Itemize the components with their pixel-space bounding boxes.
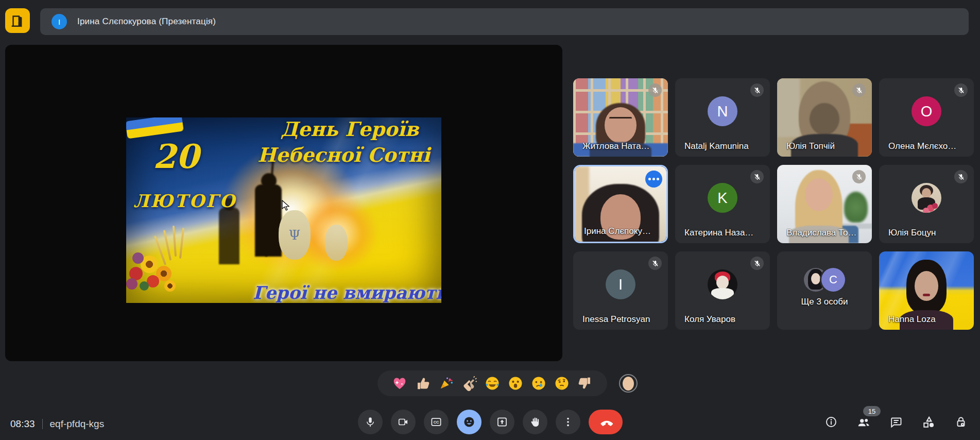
slide-title-line1: День Героїв	[281, 117, 419, 141]
raise-hand-button[interactable]	[523, 410, 547, 434]
presenting-banner[interactable]: I Ірина Слєпокурова (Презентація)	[40, 8, 969, 35]
svg-text:CC: CC	[433, 420, 439, 425]
mic-muted-icon	[750, 83, 764, 97]
microphone-button[interactable]	[358, 410, 383, 434]
scene-lips	[923, 294, 930, 296]
participant-tile[interactable]: Коля Уваров	[675, 251, 770, 330]
shared-slide: Ψ 20 ЛЮТОГО День Героїв Небесної Сотні Г…	[126, 117, 441, 303]
meeting-details-button[interactable]	[824, 415, 838, 429]
participant-tile[interactable]: N Natalj Kamunina	[675, 78, 770, 157]
avatar-detail	[922, 188, 931, 198]
reaction-crying-face-icon[interactable]	[530, 375, 547, 392]
shield-2	[325, 225, 348, 261]
chat-button[interactable]	[889, 415, 903, 429]
mouse-cursor	[282, 200, 290, 211]
avatar-detail	[923, 208, 929, 213]
person-silhouette	[915, 271, 938, 301]
mic-muted-icon	[648, 83, 662, 97]
avatar: I	[606, 269, 635, 299]
mic-muted-icon	[852, 83, 866, 97]
avatar-photo	[708, 269, 737, 299]
mic-muted-icon	[648, 257, 662, 270]
camera-button[interactable]	[391, 410, 416, 434]
reaction-party-popper-icon[interactable]	[437, 375, 455, 392]
person-silhouette	[605, 107, 637, 143]
participant-name: Юлія Топчій	[786, 141, 835, 151]
skin-tone-swatch	[623, 377, 634, 391]
google-meet-window: I Ірина Слєпокурова (Презентація) Ψ 20 Л…	[0, 0, 980, 440]
avatar-detail	[711, 288, 734, 299]
end-call-button[interactable]	[589, 410, 623, 434]
slide-date-month: ЛЮТОГО	[133, 191, 236, 211]
avatar-photo	[912, 183, 941, 213]
participant-tile[interactable]: Hanna Loza	[879, 251, 974, 330]
mic-muted-icon	[954, 170, 968, 183]
reaction-thumbs-down-icon[interactable]	[576, 375, 594, 392]
mic-muted-icon	[750, 257, 764, 270]
participant-tile[interactable]: K Катерина Наза…	[675, 165, 770, 243]
reaction-face-with-tears-of-joy-icon[interactable]	[484, 375, 501, 392]
slide-title-line2: Небесної Сотні	[257, 143, 430, 166]
participant-name: Ірина Слєпоку…	[584, 226, 651, 236]
host-controls-button[interactable]	[954, 415, 968, 429]
meeting-door-logo[interactable]	[5, 8, 30, 33]
participant-name: Юлія Боцун	[888, 228, 936, 238]
person-silhouette	[805, 178, 833, 211]
reactions-bar	[377, 370, 607, 396]
participant-name: Олена Мєлєхо…	[888, 141, 956, 151]
avatar-detail	[716, 276, 729, 289]
participant-name: Inessa Petrosyan	[582, 314, 650, 325]
avatar: N	[708, 96, 737, 126]
reaction-thumbs-up-icon[interactable]	[414, 375, 432, 392]
participant-name: Ще 3 особи	[777, 297, 872, 307]
participant-tile[interactable]: CЩе 3 особи	[777, 251, 872, 330]
participant-name: Катерина Наза…	[684, 228, 753, 238]
participant-tile[interactable]: Владислава То…	[777, 165, 872, 243]
skin-tone-selector[interactable]	[619, 374, 638, 393]
flag-ribbon	[126, 117, 184, 139]
avatar-detail	[932, 203, 938, 209]
mic-muted-icon	[954, 83, 968, 97]
slide-date-number: 20	[153, 137, 199, 176]
protester-silhouette	[255, 184, 282, 257]
protester-silhouette-2	[219, 208, 239, 264]
activities-button[interactable]	[922, 415, 935, 429]
protester-head	[261, 173, 277, 189]
participant-grid: Житлова Ната…N Natalj Kamunina Юлія Топч…	[573, 78, 974, 330]
avatar: K	[708, 183, 737, 213]
mic-muted-icon	[750, 170, 764, 183]
scene-decor	[844, 192, 868, 223]
scene-glasses	[609, 117, 632, 125]
panel-controls: 15	[824, 409, 968, 435]
shield-with-trident: Ψ	[279, 210, 311, 260]
participant-tile[interactable]: Житлова Ната…	[573, 78, 668, 157]
presentation-viewport[interactable]: Ψ 20 ЛЮТОГО День Героїв Небесної Сотні Г…	[5, 45, 562, 361]
participant-tile[interactable]: I Inessa Petrosyan	[573, 251, 668, 330]
avatar: C	[821, 268, 845, 292]
participant-name: Hanna Loza	[888, 314, 936, 325]
participant-name: Житлова Ната…	[582, 141, 650, 151]
participant-name: Natalj Kamunina	[684, 141, 749, 151]
reaction-clapping-hands-icon[interactable]	[460, 375, 478, 392]
reaction-sparkling-heart-icon[interactable]	[391, 375, 408, 392]
captions-button[interactable]: CC	[424, 410, 449, 434]
overflow-avatars: C	[804, 268, 845, 292]
people-button[interactable]: 15	[857, 415, 870, 429]
reaction-surprised-face-icon[interactable]	[507, 375, 524, 392]
participant-tile[interactable]: O Олена Мєлєхо…	[879, 78, 974, 157]
participant-name: Коля Уваров	[684, 314, 735, 325]
participant-tile[interactable]: Юлія Боцун	[879, 165, 974, 243]
mic-muted-icon	[852, 170, 866, 183]
avatar: O	[912, 96, 941, 126]
reaction-thinking-face-icon[interactable]	[553, 375, 571, 392]
participant-tile[interactable]: Юлія Топчій	[777, 78, 872, 157]
present-screen-button[interactable]	[490, 410, 514, 434]
participant-tile[interactable]: Ірина Слєпоку…	[573, 165, 668, 243]
avatar-detail	[811, 273, 820, 284]
more-options-button[interactable]	[556, 410, 580, 434]
presenter-title: Ірина Слєпокурова (Презентація)	[77, 16, 216, 27]
reactions-button[interactable]	[457, 410, 482, 434]
presenter-avatar: I	[51, 14, 67, 29]
tile-options-button[interactable]	[645, 171, 662, 188]
slide-motto: Герої не вмирають!	[253, 282, 441, 303]
